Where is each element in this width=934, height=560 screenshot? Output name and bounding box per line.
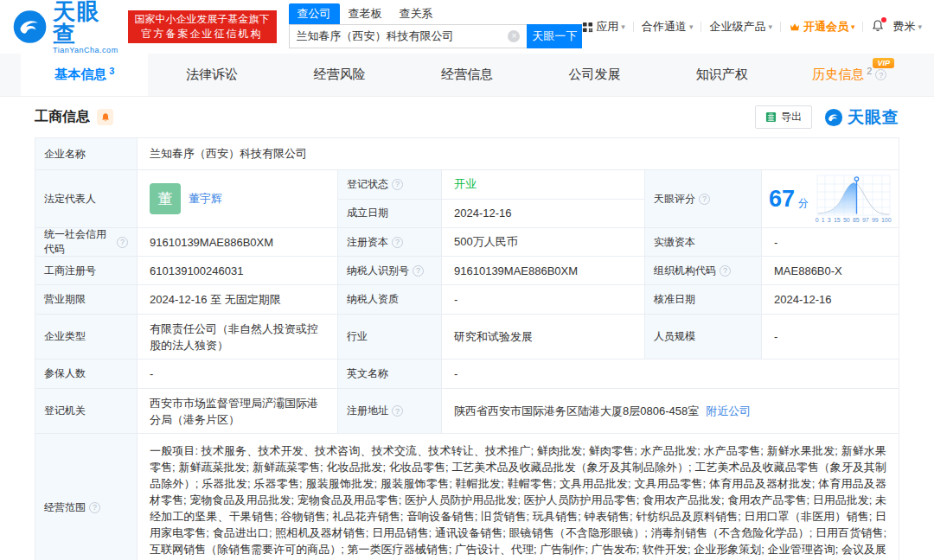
- search-tab-boss[interactable]: 查老板: [340, 3, 391, 24]
- question-icon[interactable]: ?: [720, 265, 731, 277]
- credit-code-value: 91610139MAE886B0XM: [138, 228, 338, 256]
- question-icon[interactable]: ?: [392, 237, 403, 248]
- gov-badge-line1: 国家中小企业发展子基金旗下: [135, 12, 270, 27]
- chevron-down-icon: ▾: [689, 22, 694, 31]
- excel-export-icon: [765, 111, 777, 123]
- business-scope-label-text: 经营范围: [44, 500, 86, 515]
- establish-date-label: 成立日期: [338, 200, 442, 228]
- taxpayer-id-label: 纳税人识别号 ?: [338, 257, 442, 284]
- tab-operating-label: 经营信息: [441, 67, 493, 83]
- search-tab-relation[interactable]: 查关系: [391, 3, 442, 24]
- tab-operating-risk[interactable]: 经营风险: [276, 54, 403, 96]
- tab-basic-info[interactable]: 基本信息 3: [21, 54, 148, 96]
- nav-open-vip[interactable]: 开通会员 ▾: [789, 19, 855, 35]
- tab-legal-label: 法律诉讼: [186, 67, 238, 83]
- approval-date-value: 2024-12-16: [762, 285, 899, 314]
- question-icon[interactable]: ?: [875, 69, 886, 80]
- question-icon[interactable]: ?: [413, 265, 424, 277]
- industry-value: 研究和试验发展: [442, 315, 645, 359]
- score-axis-ticks: 0131550859799100: [816, 217, 892, 224]
- legal-rep-link[interactable]: 董宇辉: [189, 191, 222, 207]
- table-row: 成立日期 2024-12-16: [338, 199, 644, 228]
- tab-operating-info[interactable]: 经营信息: [403, 54, 530, 96]
- nav-cooperation[interactable]: 合作通道 ▾: [642, 19, 694, 35]
- tianyancha-mark-icon: [824, 108, 843, 127]
- chevron-down-icon: ▾: [768, 22, 772, 31]
- reg-status-label: 登记状态 ?: [338, 170, 442, 199]
- tianyancha-logo[interactable]: 天眼查 TianYanCha.com: [12, 0, 121, 54]
- gov-credit-badge: 国家中小企业发展子基金旗下 官方备案企业征信机构: [128, 10, 277, 43]
- nav-apps[interactable]: 应用 ▾: [582, 19, 625, 35]
- export-button[interactable]: 导出: [755, 105, 812, 129]
- nav-divider: [633, 22, 634, 32]
- table-row: 法定代表人 董 董宇辉 登记状态 ? 开业 成立日期 2024-12-16 天眼…: [35, 170, 899, 228]
- reg-capital-label: 注册资本 ?: [338, 228, 442, 256]
- score-number: 67: [769, 186, 795, 212]
- question-icon[interactable]: ?: [117, 237, 128, 248]
- org-code-label: 组织机构代码 ?: [645, 257, 762, 284]
- tab-history-info[interactable]: VIP 历史信息 2 ?: [786, 54, 913, 96]
- insured-count-label: 参保人数: [35, 360, 138, 388]
- notification-bell[interactable]: [871, 19, 885, 35]
- nav-divider: [862, 22, 863, 32]
- username: 费米: [892, 19, 915, 35]
- taxpayer-id-value: 91610139MAE886B0XM: [442, 257, 645, 284]
- vip-badge: VIP: [873, 58, 894, 68]
- watermark-logo-text: 天眼查: [848, 106, 899, 129]
- tianyancha-logo-icon: [12, 8, 48, 46]
- english-name-label: 英文名称: [338, 360, 442, 388]
- notification-dot: [881, 17, 886, 22]
- credit-code-label-text: 统一社会信用代码: [44, 227, 113, 257]
- legal-rep-avatar[interactable]: 董: [150, 183, 181, 214]
- gov-badge-line2: 官方备案企业征信机构: [135, 27, 270, 41]
- reg-authority-label: 登记机关: [35, 389, 138, 433]
- nav-divider: [780, 22, 781, 32]
- company-name-label: 企业名称: [35, 138, 138, 169]
- logo-text: 天眼查: [53, 0, 120, 45]
- nav-enterprise-label: 企业级产品: [709, 19, 765, 35]
- chevron-down-icon: ▾: [851, 22, 855, 31]
- section-title: 工商信息: [35, 108, 90, 126]
- search-tab-company[interactable]: 查公司: [289, 3, 340, 24]
- tab-basic-info-label: 基本信息: [54, 67, 106, 83]
- crown-icon: [789, 22, 801, 32]
- staff-size-value: -: [762, 315, 899, 359]
- tab-risk-label: 经营风险: [314, 67, 366, 83]
- question-icon[interactable]: ?: [392, 179, 403, 190]
- org-code-label-text: 组织机构代码: [654, 264, 716, 278]
- question-icon[interactable]: ?: [89, 502, 100, 513]
- business-scope-label: 经营范围 ?: [35, 434, 138, 560]
- search-tabs: 查公司 查老板 查关系: [289, 5, 583, 24]
- table-row: 登记机关 西安市市场监督管理局浐灞国际港分局（港务片区） 注册地址 ? 陕西省西…: [35, 389, 899, 434]
- orange-bell-icon: [100, 112, 111, 123]
- reg-capital-label-text: 注册资本: [347, 235, 388, 250]
- chevron-down-icon: ▾: [918, 22, 922, 31]
- industry-label: 行业: [338, 315, 442, 359]
- establish-date-value: 2024-12-16: [442, 200, 644, 228]
- apps-grid-icon: [582, 22, 593, 33]
- credit-code-label: 统一社会信用代码 ?: [35, 228, 138, 256]
- tab-legal-proceedings[interactable]: 法律诉讼: [148, 54, 275, 96]
- nav-user[interactable]: 费米 ▾: [892, 19, 922, 35]
- tab-development-label: 公司发展: [568, 67, 620, 83]
- table-row: 营业期限 2024-12-16 至 无固定期限 纳税人资质 - 核准日期 202…: [35, 285, 899, 315]
- english-name-value: -: [442, 360, 899, 388]
- clear-icon[interactable]: ×: [508, 30, 520, 42]
- org-code-value: MAE886B0-X: [762, 257, 899, 284]
- score-cell[interactable]: 67 分: [762, 170, 899, 227]
- address-label: 注册地址 ?: [338, 389, 442, 433]
- reg-status-label-text: 登记状态: [347, 177, 388, 192]
- reg-status-value: 开业: [442, 170, 644, 199]
- tab-company-development[interactable]: 公司发展: [531, 54, 658, 96]
- legal-rep-label: 法定代表人: [35, 170, 138, 227]
- question-icon[interactable]: ?: [699, 194, 710, 205]
- monitor-bell-button[interactable]: [97, 109, 113, 125]
- address-value: 陕西省西安市国际港务区陆港大厦8层0806-458室: [454, 404, 699, 419]
- nearby-companies-link[interactable]: 附近公司: [706, 404, 751, 419]
- tab-intellectual-property[interactable]: 知识产权: [658, 54, 785, 96]
- search-button[interactable]: 天眼一下: [527, 24, 582, 48]
- nav-enterprise-products[interactable]: 企业级产品 ▾: [709, 19, 772, 35]
- question-icon[interactable]: ?: [392, 405, 403, 417]
- search-input[interactable]: [297, 30, 509, 43]
- top-nav: 应用 ▾ 合作通道 ▾ 企业级产品 ▾ 开通会员 ▾: [582, 19, 922, 35]
